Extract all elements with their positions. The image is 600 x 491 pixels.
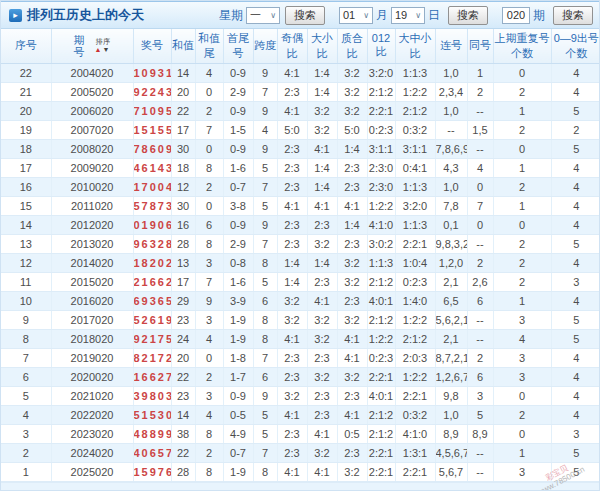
- cell-lianhao: 5,6,2,1: [435, 310, 467, 329]
- cell-jianghao: 10931: [133, 63, 171, 82]
- week-label: 星期: [219, 7, 243, 24]
- cell-jioubi: 4:1: [277, 329, 307, 348]
- sort-asc-icon[interactable]: ▲: [95, 46, 103, 53]
- cell-hezhiwei: 9: [195, 291, 223, 310]
- cell-kuadu: 8: [253, 310, 277, 329]
- cell-hezhi: 20: [171, 348, 195, 367]
- cell-jianghao: 15155: [133, 120, 171, 139]
- cell-bi012: 2:1:2: [367, 272, 395, 291]
- cell-jianghao: 57873: [133, 196, 171, 215]
- cell-bi012: 2:2:1: [367, 367, 395, 386]
- cell-jianghao: 39803: [133, 386, 171, 405]
- cell-hezhiwei: 2: [195, 177, 223, 196]
- col-header-dazhongxiaobi: 大中小比: [395, 29, 435, 63]
- cell-dazhongxiaobi: 3:2:0: [395, 196, 435, 215]
- cell-zhihebi: 5:0: [337, 120, 367, 139]
- cell-jioubi: 4:1: [277, 63, 307, 82]
- week-search-button[interactable]: 搜索: [285, 6, 325, 25]
- cell-dazhongxiaobi: 0:3:2: [395, 405, 435, 424]
- cell-dazhongxiaobi: 1:1:3: [395, 63, 435, 82]
- issue-search-button[interactable]: 搜索: [553, 6, 593, 25]
- cell-zhihebi: 2:3: [337, 443, 367, 462]
- cell-jianghao: 51530: [133, 405, 171, 424]
- cell-kuadu: 5: [253, 272, 277, 291]
- cell-bi012: 2:1:2: [367, 82, 395, 101]
- cell-hezhiwei: 8: [195, 158, 223, 177]
- cell-daxiaobi: 1:4: [307, 82, 337, 101]
- cell-xuhao: 14: [1, 215, 51, 234]
- cell-jianghao: 78609: [133, 139, 171, 158]
- cell-jioubi: 3:2: [277, 386, 307, 405]
- month-select-value: 01: [343, 9, 355, 21]
- cell-qihao: 2014020: [51, 253, 133, 272]
- title-bullet-icon: ▸: [9, 9, 22, 22]
- cell-kuadu: 9: [253, 386, 277, 405]
- cell-xuhao: 9: [1, 310, 51, 329]
- cell-shouweihao: 4-9: [223, 424, 253, 443]
- cell-dazhongxiaobi: 1:1:3: [395, 215, 435, 234]
- cell-qihao: 2004020: [51, 63, 133, 82]
- cell-qihao: 2008020: [51, 139, 133, 158]
- chevron-down-icon: ∨: [415, 11, 421, 20]
- cell-qihao: 2024020: [51, 443, 133, 462]
- sort-control[interactable]: 排序 ▲▼: [95, 38, 111, 54]
- cell-kuadu: 4: [253, 120, 277, 139]
- cell-dazhongxiaobi: 2:2:1: [395, 462, 435, 481]
- cell-zhihebi: 3:2: [337, 63, 367, 82]
- cell-qihao: 2021020: [51, 386, 133, 405]
- cell-zhihebi: 3:2: [337, 367, 367, 386]
- sort-desc-icon[interactable]: ▼: [103, 46, 111, 53]
- issue-input[interactable]: [502, 7, 530, 24]
- cell-kuadu: 9: [253, 139, 277, 158]
- day-select[interactable]: 19 ∨: [391, 7, 425, 24]
- cell-zhihebi: 1:4: [337, 139, 367, 158]
- cell-tonghao: 2: [467, 82, 493, 101]
- cell-shangqichongfu: 1: [493, 158, 551, 177]
- cell-hezhi: 28: [171, 462, 195, 481]
- cell-qihao: 2013020: [51, 234, 133, 253]
- cell-dazhongxiaobi: 1:4:0: [395, 291, 435, 310]
- cell-shangqichongfu: 2: [493, 177, 551, 196]
- cell-jioubi: 2:3: [277, 215, 307, 234]
- cell-jioubi: 1:4: [277, 272, 307, 291]
- cell-hezhi: 12: [171, 177, 195, 196]
- col-header-kuadu: 跨度: [253, 29, 277, 63]
- cell-kuadu: 5: [253, 196, 277, 215]
- cell-dazhongxiaobi: 0:4:1: [395, 158, 435, 177]
- cell-qihao: 2025020: [51, 462, 133, 481]
- cell-lianhao: 9,8: [435, 386, 467, 405]
- qihao-char-1: 期: [74, 34, 85, 46]
- cell-kuadu: 8: [253, 329, 277, 348]
- cell-jianghao: 48899: [133, 424, 171, 443]
- cell-jianghao: 17004: [133, 177, 171, 196]
- month-select[interactable]: 01 ∨: [339, 7, 373, 24]
- cell-shouweihao: 0-9: [223, 215, 253, 234]
- cell-shouweihao: 2-9: [223, 234, 253, 253]
- cell-shouweihao: 1-9: [223, 462, 253, 481]
- cell-hezhiwei: 7: [195, 120, 223, 139]
- cell-dazhongxiaobi: 4:1:0: [395, 424, 435, 443]
- cell-lianhao: 2,1: [435, 272, 467, 291]
- cell-hezhiwei: 2: [195, 101, 223, 120]
- cell-zhihebi: 2:3: [337, 234, 367, 253]
- cell-tonghao: 8,9: [467, 424, 493, 443]
- cell-jioubi: 2:3: [277, 177, 307, 196]
- cell-tonghao: --: [467, 310, 493, 329]
- cell-hezhi: 16: [171, 215, 195, 234]
- cell-bi012: 2:2:1: [367, 101, 395, 120]
- cell-chuhao: 5: [551, 443, 600, 462]
- cell-bi012: 1:2:2: [367, 329, 395, 348]
- cell-chuhao: 3: [551, 424, 600, 443]
- cell-qihao: 2016020: [51, 291, 133, 310]
- cell-jioubi: 2:3: [277, 82, 307, 101]
- week-select[interactable]: 一 ∨: [246, 7, 280, 24]
- cell-jianghao: 16627: [133, 367, 171, 386]
- cell-qihao: 2012020: [51, 215, 133, 234]
- bottom-strip: [1, 482, 599, 491]
- cell-zhihebi: 2:3: [337, 177, 367, 196]
- cell-shangqichongfu: 2: [493, 405, 551, 424]
- cell-daxiaobi: 3:2: [307, 329, 337, 348]
- cell-qihao: 2005020: [51, 82, 133, 101]
- table-row: 92017020526192331-983:23:23:22:1:21:2:25…: [1, 310, 600, 329]
- date-search-button[interactable]: 搜索: [448, 6, 488, 25]
